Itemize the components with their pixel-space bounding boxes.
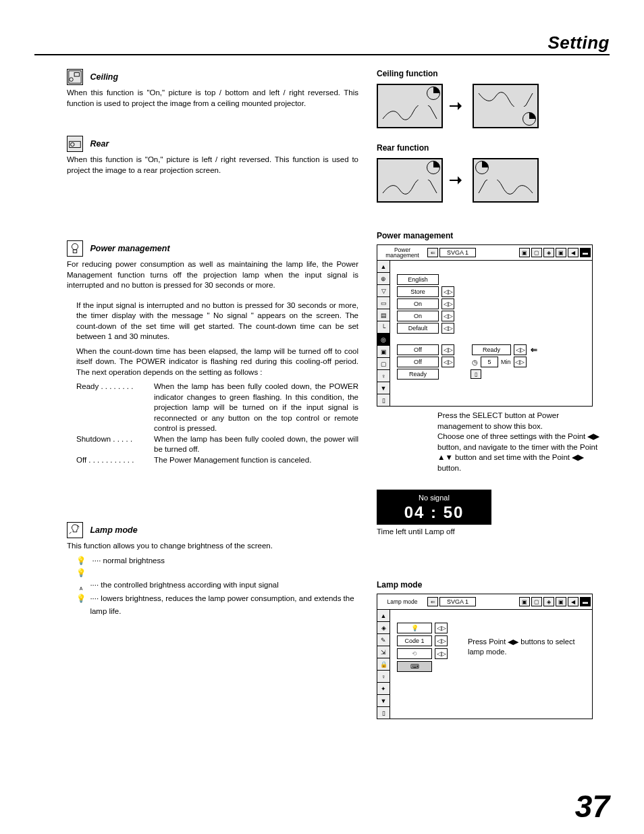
svg-rect-1 <box>74 73 79 77</box>
power-mgmt-body3: When the count-down time has been elapse… <box>67 346 358 378</box>
bulb-auto-icon: 💡A <box>76 567 86 592</box>
rear-body: When this function is "On," picture is l… <box>67 155 358 176</box>
osd-mini-icon: ◀ <box>568 248 579 257</box>
osd-nav-down-icon: ▼ <box>377 695 390 707</box>
svg-point-5 <box>72 244 78 250</box>
power-mgmt-body1: For reducing power consumption as well a… <box>67 259 358 291</box>
lamp-auto-row: 💡A ···· the controlled brightness accord… <box>76 567 358 592</box>
lr-arrow-icon: ◁▷ <box>514 357 527 367</box>
osd-return-icon: ▯ <box>471 369 481 379</box>
no-signal-caption: Time left until Lamp off <box>377 527 606 536</box>
osd-mini-icon: ▢ <box>531 248 542 257</box>
osd-mini-icon: ▣ <box>556 597 566 606</box>
pm-fig-title: Power management <box>377 231 606 240</box>
osd-mini-icon: ▣ <box>519 597 530 606</box>
header-rule <box>34 54 610 55</box>
ceiling-icon <box>67 69 83 85</box>
lamp-normal-row: 💡 ···· normal brightness <box>76 554 358 567</box>
osd-nav-icon: ♀ <box>377 370 390 382</box>
ceiling-fig-title: Ceiling function <box>377 69 606 78</box>
osd-nav-icon: ⇲ <box>377 646 390 658</box>
mode-ready-row: Ready . . . . . . . . When the lamp has … <box>76 382 358 434</box>
osd-nav-icon: └ <box>377 321 390 334</box>
mode-off-row: Off . . . . . . . . . . . The Power Mana… <box>76 455 358 466</box>
lr-arrow-icon: ◁▷ <box>514 344 527 355</box>
lr-arrow-icon: ◁▷ <box>441 298 454 309</box>
osd-nav-icon: ◈ <box>377 622 390 634</box>
lr-arrow-icon: ◁▷ <box>441 311 454 321</box>
pm-row-store: Store <box>397 286 439 297</box>
osd-nav-icon: ✦ <box>377 683 390 695</box>
rear-fig-title: Rear function <box>377 143 606 153</box>
page-number: 37 <box>575 788 610 825</box>
rear-icon <box>67 136 83 152</box>
lr-arrow-icon: ◁▷ <box>441 323 454 334</box>
lamp-row-rc: ⟲ <box>397 648 432 659</box>
osd-nav-up-icon: ▲ <box>377 261 390 273</box>
lamp-osd-signal: SVGA 1 <box>439 597 476 606</box>
ceiling-title: Ceiling <box>90 72 118 82</box>
osd-nav-icon: ▣ <box>377 346 390 358</box>
pm-caption1: Press the SELECT button at Power managem… <box>437 411 559 430</box>
pm-row-lang: English <box>397 274 439 285</box>
pm-panel-min-label: Min <box>501 359 511 365</box>
osd-mini-icon: ▢ <box>531 597 542 606</box>
osd-nav-icon: ✎ <box>377 634 390 646</box>
no-signal-box: No signal 04 : 50 <box>377 490 491 525</box>
lr-arrow-icon: ◁▷ <box>441 357 454 367</box>
osd-nav-icon: ▤ <box>377 309 390 321</box>
bulb-eco-icon: 💡 <box>76 592 86 617</box>
no-signal-msg: No signal <box>377 494 491 502</box>
pm-row-off2: Off <box>397 357 439 367</box>
lamp-mode-intro: This function allows you to change brigh… <box>67 541 358 552</box>
svg-point-2 <box>70 78 74 82</box>
osd-mini-icon: ▣ <box>519 248 530 257</box>
pm-osd-title: Power management <box>379 247 426 259</box>
mode-shutdown-row: Shutdown . . . . . When the lamp has bee… <box>76 434 358 455</box>
mode-off-desc: The Power Management function is cancele… <box>154 455 358 466</box>
lamp-mode-title: Lamp mode <box>90 525 137 535</box>
osd-nav-icon: ♀ <box>377 671 390 683</box>
pm-row-off1: Off <box>397 344 439 355</box>
page-header: Setting <box>547 32 610 53</box>
osd-mini-icon: ◈ <box>543 597 554 606</box>
lamp-osd: Lamp mode ⇐ SVGA 1 ▣ ▢ ◈ ▣ ◀ ▬ ▲ ◈ ✎ <box>377 594 593 719</box>
mode-ready-label: Ready . . . . . . . . <box>76 382 154 434</box>
osd-mini-icon: ▬ <box>580 597 591 606</box>
osd-nav-icon: ▽ <box>377 285 390 297</box>
svg-rect-3 <box>70 141 81 147</box>
rear-title: Rear <box>90 139 109 149</box>
lr-arrow-icon: ◁▷ <box>435 648 448 659</box>
osd-nav-icon: ▭ <box>377 297 390 309</box>
pm-panel-min-val: 5 <box>481 357 498 367</box>
lamp-normal-text: ···· normal brightness <box>92 556 165 565</box>
lr-arrow-icon: ◁▷ <box>441 344 454 355</box>
mode-ready-desc: When the lamp has been fully cooled down… <box>154 382 358 434</box>
osd-nav-icon: ▯ <box>377 394 390 406</box>
svg-rect-6 <box>73 250 77 253</box>
pm-caption2: Choose one of three settings with the Po… <box>437 432 599 472</box>
mode-off-label: Off . . . . . . . . . . . <box>76 455 154 466</box>
bulb-normal-icon: 💡 <box>76 554 86 567</box>
no-signal-time: 04 : 50 <box>377 503 491 522</box>
lamp-auto-text: ···· the controlled brightness according… <box>90 581 278 590</box>
lamp-eco-row: 💡 ···· lowers brightness, reduces the la… <box>76 592 358 617</box>
manual-page: Setting Ceiling When this function is "O… <box>0 0 644 834</box>
svg-point-4 <box>71 142 75 147</box>
lamp-mode-icon <box>67 522 83 538</box>
power-mgmt-title: Power management <box>90 244 169 253</box>
rear-diagram <box>377 158 606 203</box>
osd-nav-icon: 🔒 <box>377 658 390 671</box>
pm-row-default: Default <box>397 323 439 334</box>
osd-nav-icon: ◎ <box>377 334 390 346</box>
osd-back-icon: ⇐ <box>427 248 438 257</box>
power-mgmt-icon <box>67 240 83 257</box>
osd-back-icon: ⇐ <box>427 597 438 606</box>
pm-panel-ready: Ready <box>472 344 511 355</box>
lamp-row-icon: 💡 <box>397 623 432 633</box>
lr-arrow-icon: ◁▷ <box>435 623 448 633</box>
pm-osd-signal: SVGA 1 <box>439 248 476 257</box>
mode-shutdown-label: Shutdown . . . . . <box>76 434 154 455</box>
arrow-right-icon <box>450 178 466 183</box>
pointer-icon: ⇐ <box>531 345 537 355</box>
